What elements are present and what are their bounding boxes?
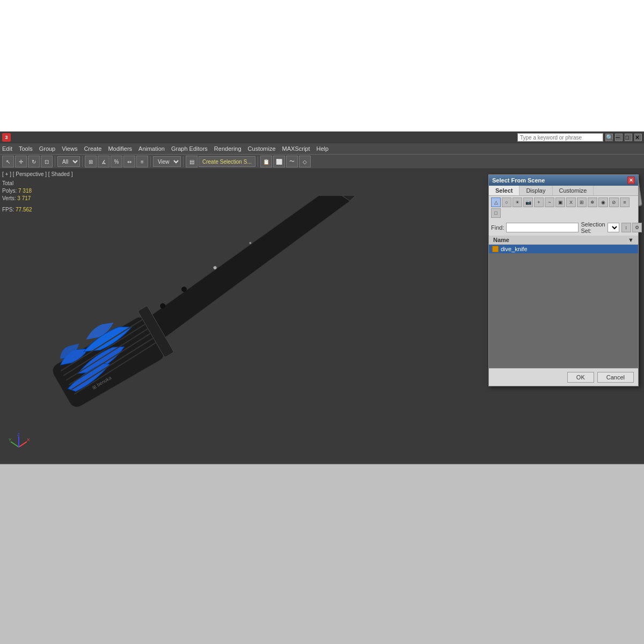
list-item[interactable]: dive_knife <box>489 245 638 253</box>
xref-filter-btn[interactable]: X <box>566 197 576 207</box>
toolbar-sep-1 <box>55 156 55 167</box>
mat-editor-btn[interactable]: ◇ <box>299 156 311 167</box>
bottom-area <box>0 464 644 644</box>
frozen-filter-btn[interactable]: ❄ <box>588 197 597 207</box>
menu-maxscript[interactable]: MAXScript <box>282 145 310 152</box>
all-filter-btn[interactable]: ≡ <box>620 197 630 207</box>
dialog-object-list[interactable]: dive_knife <box>489 245 638 368</box>
menu-rendering[interactable]: Rendering <box>214 145 241 152</box>
svg-line-16 <box>11 442 19 447</box>
align-btn[interactable]: ≡ <box>136 156 148 167</box>
min-button[interactable]: ─ <box>615 134 623 141</box>
named-sel-btn[interactable]: ▤ <box>186 156 197 167</box>
main-toolbar: ↖ ✛ ↻ ⊡ All ⊞ ∡ % ⇔ ≡ View ▤ Create Sele… <box>0 154 644 169</box>
selset-dropdown[interactable] <box>608 223 619 232</box>
menu-create[interactable]: Create <box>84 145 101 152</box>
group-filter-btn[interactable]: ▣ <box>555 197 565 207</box>
sort-btn[interactable]: ↕ <box>621 223 631 232</box>
view-dropdown[interactable]: View <box>153 156 181 167</box>
menu-group[interactable]: Group <box>39 145 56 152</box>
axis-indicator: X Y Z <box>8 431 30 452</box>
mirror-btn[interactable]: ⇔ <box>123 156 135 167</box>
selset-label: Selection Set: <box>581 221 605 234</box>
object-icon <box>492 246 499 252</box>
svg-text:Y: Y <box>9 437 12 442</box>
scale-tool-btn[interactable]: ⊡ <box>41 156 53 167</box>
title-bar: 3 🔍 ─ □ ✕ <box>0 131 644 143</box>
menu-customize[interactable]: Customize <box>248 145 276 152</box>
total-label: Total <box>2 180 13 186</box>
helper-filter-btn[interactable]: + <box>534 197 544 207</box>
dialog-title: Select From Scene <box>492 177 545 184</box>
dialog-footer: OK Cancel <box>489 368 638 386</box>
fps-display: FPS: 77.562 <box>2 207 32 213</box>
menu-views[interactable]: Views <box>62 145 77 152</box>
hidden-filter-btn[interactable]: ◉ <box>598 197 608 207</box>
ribbon-btn[interactable]: ⬜ <box>273 156 285 167</box>
fps-value: 77.562 <box>16 207 32 213</box>
menu-help[interactable]: Help <box>317 145 329 152</box>
menu-bar: Edit Tools Group Views Create Modifiers … <box>0 143 644 154</box>
rotate-tool-btn[interactable]: ↻ <box>28 156 40 167</box>
menu-graph-editors[interactable]: Graph Editors <box>171 145 208 152</box>
top-white-area <box>0 0 644 131</box>
stats-panel: Total Polys: 7 318 Verts: 3 717 <box>2 180 32 202</box>
dialog-tabs: Select Display Customize <box>489 186 638 196</box>
angle-snap-btn[interactable]: ∡ <box>98 156 109 167</box>
polys-label: Polys: <box>2 188 17 194</box>
menu-animation[interactable]: Animation <box>138 145 165 152</box>
max-button[interactable]: □ <box>625 134 632 141</box>
svg-text:Z: Z <box>17 432 20 437</box>
name-column-header: Name <box>493 237 509 243</box>
config-btn[interactable]: ⚙ <box>632 223 642 232</box>
ok-button[interactable]: OK <box>567 372 594 383</box>
polys-value: 7 318 <box>18 188 32 194</box>
cancel-button[interactable]: Cancel <box>597 372 634 383</box>
move-tool-btn[interactable]: ✛ <box>15 156 27 167</box>
svg-text:X: X <box>27 437 30 442</box>
toolbar-sep-3 <box>150 156 151 167</box>
none-filter-btn[interactable]: □ <box>491 208 501 218</box>
snap-btn[interactable]: ⊞ <box>85 156 97 167</box>
geometry-filter-btn[interactable]: △ <box>491 197 501 207</box>
light-filter-btn[interactable]: ☀ <box>513 197 522 207</box>
create-selection-btn[interactable]: Create Selection S... <box>199 156 255 167</box>
filter-dropdown[interactable]: All <box>57 156 80 167</box>
tab-customize[interactable]: Customize <box>553 186 594 195</box>
object-name: dive_knife <box>501 246 528 252</box>
tab-display[interactable]: Display <box>519 186 552 195</box>
menu-edit[interactable]: Edit <box>2 145 12 152</box>
percent-snap-btn[interactable]: % <box>111 156 122 167</box>
spacewarp-filter-btn[interactable]: ~ <box>545 197 554 207</box>
verts-label: Verts: <box>2 195 16 201</box>
shape-filter-btn[interactable]: ○ <box>502 197 511 207</box>
dialog-toolbar: △ ○ ☀ 📷 + ~ ▣ X ⊞ ❄ ◉ ⊘ ≡ □ <box>489 196 638 219</box>
viewport[interactable]: [ + ] [ Perspective ] [ Shaded ] Total P… <box>0 169 644 463</box>
invert-filter-btn[interactable]: ⊘ <box>609 197 619 207</box>
knife-viewport-render: ⊞ benoka <box>16 196 424 443</box>
close-button[interactable]: ✕ <box>634 134 642 141</box>
camera-filter-btn[interactable]: 📷 <box>523 197 533 207</box>
dialog-list-header: Name ▼ <box>489 236 638 245</box>
dialog-close-btn[interactable]: ✕ <box>627 177 635 184</box>
search-button[interactable]: 🔍 <box>605 134 613 141</box>
scroll-indicator: ▼ <box>628 237 634 243</box>
select-from-scene-dialog: Select From Scene ✕ Select Display Custo… <box>488 174 639 386</box>
viewport-label: [ + ] [ Perspective ] [ Shaded ] <box>2 171 72 177</box>
bone-filter-btn[interactable]: ⊞ <box>577 197 587 207</box>
menu-tools[interactable]: Tools <box>19 145 33 152</box>
find-input[interactable] <box>506 223 579 232</box>
fps-label: FPS: <box>2 207 14 213</box>
curve-btn[interactable]: 〜 <box>286 156 298 167</box>
search-input[interactable] <box>517 133 603 142</box>
select-tool-btn[interactable]: ↖ <box>2 156 14 167</box>
menu-modifiers[interactable]: Modifiers <box>108 145 132 152</box>
verts-value: 3 717 <box>17 195 31 201</box>
find-label: Find: <box>491 224 504 231</box>
layer-btn[interactable]: 📋 <box>260 156 272 167</box>
dialog-title-bar: Select From Scene ✕ <box>489 175 638 186</box>
toolbar-sep-2 <box>82 156 83 167</box>
toolbar-sep-4 <box>183 156 184 167</box>
tab-select[interactable]: Select <box>489 186 519 195</box>
toolbar-sep-5 <box>258 156 258 167</box>
